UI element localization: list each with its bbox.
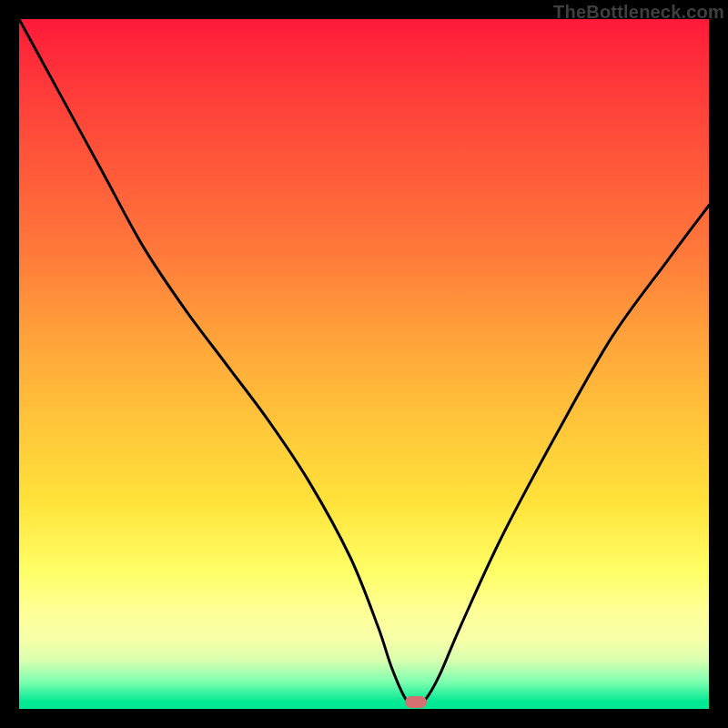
bottleneck-curve <box>19 19 709 709</box>
chart-frame: TheBottleneck.com <box>0 0 728 728</box>
chart-plot-area <box>19 19 709 709</box>
watermark-text: TheBottleneck.com <box>553 2 724 23</box>
min-marker <box>405 696 427 708</box>
